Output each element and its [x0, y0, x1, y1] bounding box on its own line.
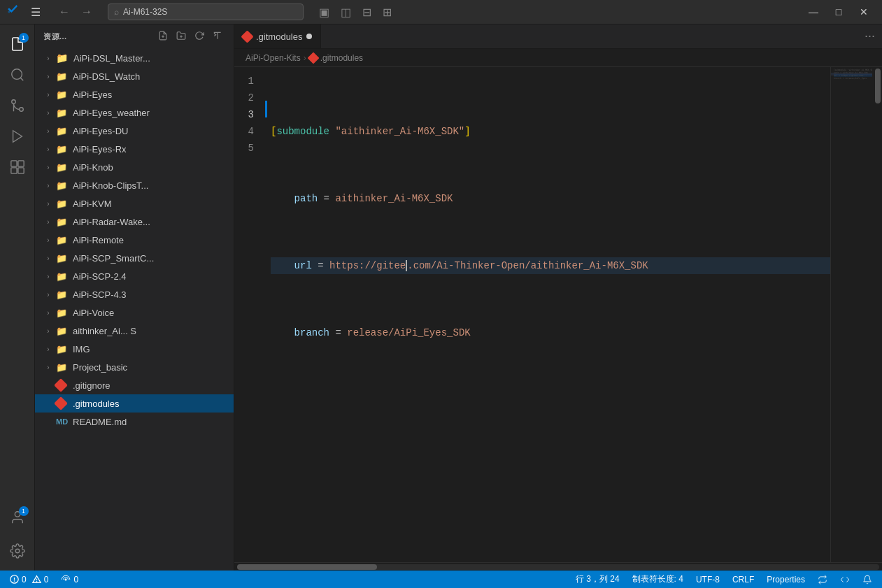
status-broadcast[interactable]: 0: [58, 571, 81, 588]
vertical-scrollbar[interactable]: [872, 67, 882, 562]
activity-item-explorer[interactable]: 1: [3, 30, 31, 58]
new-folder-button[interactable]: [173, 29, 189, 44]
status-bell[interactable]: [860, 571, 875, 588]
code-editor[interactable]: 1 2 3 4 5 [submodule "aithinker_Ai-M6X_S…: [234, 67, 882, 562]
search-bar[interactable]: ⌕: [108, 3, 304, 20]
breadcrumb-project[interactable]: AiPi-Open-Kits: [246, 53, 301, 63]
gitignore-file-icon: [54, 378, 68, 392]
tree-item-aipiremote[interactable]: › 📁 AiPi-Remote: [35, 231, 234, 249]
syn-keyword: submodule: [276, 123, 329, 140]
tree-item-aipiradar[interactable]: › 📁 AiPi-Radar-Wake...: [35, 213, 234, 231]
minimize-button[interactable]: —: [802, 2, 825, 22]
layout-panel-button[interactable]: ▣: [315, 3, 334, 22]
expand-icon: ›: [43, 91, 53, 99]
tree-item-aipiscpsmartc[interactable]: › 📁 AiPi-SCP_SmartC...: [35, 249, 234, 267]
syn-indent: [271, 190, 294, 207]
item-label: AiPi-SCP-4.3: [73, 289, 127, 300]
svg-point-21: [65, 578, 66, 580]
expand-icon: ›: [43, 345, 53, 353]
folder-icon: 📁: [56, 235, 67, 245]
svg-point-10: [15, 549, 20, 553]
status-position[interactable]: 行 3，列 24: [573, 571, 623, 588]
activity-item-profile[interactable]: 1: [3, 503, 31, 531]
tree-item-aipiknob[interactable]: › 📁 AiPi-Knob: [35, 158, 234, 176]
forward-button[interactable]: →: [77, 3, 97, 21]
activity-item-settings[interactable]: [3, 537, 31, 565]
encoding-label: UTF-8: [696, 575, 720, 585]
tree-item-aipiscpe43[interactable]: › 📁 AiPi-SCP-4.3: [35, 285, 234, 303]
expand-icon: ›: [43, 327, 53, 335]
status-sync[interactable]: [815, 571, 830, 588]
activity-item-run-debug[interactable]: [3, 122, 31, 150]
back-button[interactable]: ←: [55, 3, 74, 21]
main-layout: 1: [0, 24, 882, 571]
item-label: AiPi-Eyes: [73, 89, 112, 100]
gitmodules-file-icon: [54, 396, 68, 410]
item-label: .gitignore: [73, 380, 110, 391]
scrollbar-thumb[interactable]: [875, 69, 881, 103]
layout-split-button[interactable]: ◫: [336, 3, 355, 22]
sidebar-title: 资源...: [43, 31, 67, 42]
status-tabsize[interactable]: 制表符长度: 4: [630, 571, 686, 588]
syn-value-url: https://gitee.com/Ai-Thinker-Open/aithin…: [329, 257, 648, 274]
status-lineending[interactable]: CRLF: [730, 571, 757, 588]
activity-item-source-control[interactable]: [3, 92, 31, 120]
h-scrollbar-track: [237, 564, 879, 570]
svg-marker-4: [13, 131, 22, 143]
tree-item-readme[interactable]: › MD README.md: [35, 413, 234, 431]
tree-item-aithinker[interactable]: › 📁 aithinker_Ai... S: [35, 322, 234, 340]
syn-value-path: aithinker_Ai-M6X_SDK: [335, 190, 453, 207]
tree-item-aipikvm[interactable]: › 📁 AiPi-KVM: [35, 194, 234, 213]
breadcrumb-file[interactable]: .gitmodules: [309, 53, 363, 63]
breadcrumb-file-label: .gitmodules: [320, 53, 363, 63]
item-label: AiPi-Remote: [73, 235, 124, 245]
tree-item-aipiwatch[interactable]: › 📁 AiPi-DSL_Watch: [35, 67, 234, 85]
item-label: aithinker_Ai... S: [73, 326, 136, 336]
activity-item-search[interactable]: [3, 61, 31, 89]
syn-key-path: path: [294, 190, 318, 207]
status-errors[interactable]: 0 0: [7, 571, 51, 588]
status-code-icon[interactable]: [837, 571, 853, 588]
menu-icon[interactable]: ☰: [28, 3, 43, 22]
tree-item-gitignore[interactable]: › .gitignore: [35, 376, 234, 394]
tree-item-aipiscpe24[interactable]: › 📁 AiPi-SCP-2.4: [35, 267, 234, 285]
folder-icon: 📁: [56, 144, 67, 155]
layout-grid-button[interactable]: ⊞: [378, 3, 396, 22]
language-label: Properties: [767, 575, 805, 585]
item-label: AiPi-SCP_SmartC...: [73, 253, 154, 264]
more-tabs-button[interactable]: ···: [858, 24, 882, 48]
tree-item-aipieyesrx[interactable]: › 📁 AiPi-Eyes-Rx: [35, 140, 234, 158]
tree-item-aipieyesweather[interactable]: › 📁 AiPi-Eyes_weather: [35, 103, 234, 122]
close-button[interactable]: ✕: [853, 2, 875, 22]
horizontal-scrollbar[interactable]: [234, 562, 882, 571]
tree-item-aipiknobclips[interactable]: › 📁 AiPi-Knob-ClipsT...: [35, 176, 234, 194]
svg-rect-5: [10, 161, 16, 166]
status-encoding[interactable]: UTF-8: [693, 571, 723, 588]
new-file-button[interactable]: [155, 29, 171, 44]
tab-bar: .gitmodules ···: [234, 24, 882, 49]
tree-item-aipidslmaster[interactable]: › 📁 AiPi-DSL_Master...: [35, 49, 234, 67]
tree-item-img[interactable]: › 📁 IMG: [35, 340, 234, 358]
editor-area: .gitmodules ··· AiPi-Open-Kits › .gitmod…: [234, 24, 882, 571]
refresh-button[interactable]: [192, 29, 207, 44]
tree-item-aipieyesdu[interactable]: › 📁 AiPi-Eyes-DU: [35, 122, 234, 140]
code-content[interactable]: [submodule "aithinker_Ai-M6X_SDK"] path …: [265, 67, 830, 442]
tree-item-gitmodules[interactable]: › .gitmodules: [35, 394, 234, 413]
tree-item-aipivoice[interactable]: › 📁 AiPi-Voice: [35, 303, 234, 322]
tab-gitmodules[interactable]: .gitmodules: [234, 24, 321, 48]
sidebar-header: 资源...: [35, 24, 234, 49]
svg-point-18: [14, 580, 15, 582]
tree-item-aipieyes[interactable]: › 📁 AiPi-Eyes: [35, 85, 234, 103]
svg-rect-6: [17, 161, 23, 166]
layout-single-button[interactable]: ⊟: [358, 3, 376, 22]
h-scrollbar-thumb[interactable]: [237, 564, 377, 570]
maximize-button[interactable]: □: [827, 2, 850, 22]
activity-item-extensions[interactable]: [3, 153, 31, 181]
status-language[interactable]: Properties: [764, 571, 808, 588]
expand-icon: ›: [43, 291, 53, 299]
folder-icon: 📁: [56, 180, 67, 191]
tabsize-label: 制表符长度: 4: [632, 573, 683, 585]
search-input[interactable]: [123, 7, 297, 17]
collapse-all-button[interactable]: [210, 29, 225, 44]
tree-item-projectbasic[interactable]: › 📁 Project_basic: [35, 358, 234, 376]
